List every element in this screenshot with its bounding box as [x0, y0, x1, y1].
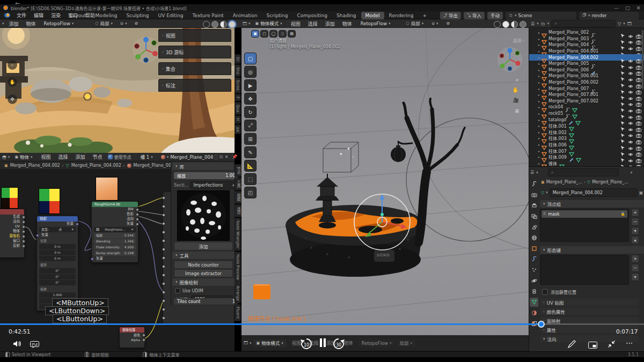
select-cursor-icon[interactable]: [620, 55, 625, 60]
left-side-tab-1[interactable]: Sho: [235, 64, 241, 77]
pip-button[interactable]: [588, 341, 597, 351]
group-input-socket-10[interactable]: [162, 282, 165, 285]
expand-arrow-icon[interactable]: ▸: [537, 155, 541, 159]
left-side-tab-2[interactable]: Scree: [235, 77, 241, 93]
expand-arrow-icon[interactable]: ▸: [537, 112, 541, 115]
texcoord-node[interactable]: 生成法向UV物体摄像机窗口反射: [0, 209, 25, 258]
select-mode-box[interactable]: ▢: [260, 30, 268, 38]
pause-button[interactable]: [320, 338, 326, 347]
menu-2[interactable]: 渲染: [47, 12, 64, 19]
group-input-socket-8[interactable]: [162, 265, 165, 268]
shader-menu-3[interactable]: 节点: [89, 153, 106, 160]
outliner-row-rock05[interactable]: ▸rock05: [529, 110, 644, 117]
left-side-tab-4[interactable]: Qua: [235, 102, 241, 115]
skip-forward-button[interactable]: 30: [332, 337, 346, 350]
viewport-options-button[interactable]: 选项▾: [513, 38, 524, 43]
outliner-row-柱体.007[interactable]: ▸柱体.007: [529, 147, 644, 154]
shape-keys-header[interactable]: ▾形态键: [540, 246, 644, 254]
select-cursor-icon[interactable]: [620, 136, 625, 141]
orientation-selector-left[interactable]: ⬡局部▾: [92, 20, 116, 27]
select-cursor-icon[interactable]: [620, 117, 625, 122]
hide-eye-icon[interactable]: [628, 105, 633, 109]
render-camera-icon[interactable]: [636, 155, 641, 159]
expand-arrow-icon[interactable]: ▸: [537, 31, 541, 34]
tiles-count-field[interactable]: Tiles count1: [174, 298, 238, 305]
hide-eye-icon[interactable]: [628, 136, 633, 141]
shader-mode-selector[interactable]: ▣物体▾: [11, 153, 35, 161]
render-camera-icon[interactable]: [636, 31, 641, 35]
video-progress-scrubber[interactable]: [538, 321, 545, 328]
left-side-tab-5[interactable]: H: [235, 115, 241, 123]
select-mode-paint[interactable]: ▤: [288, 30, 296, 38]
mapping-field-0-2[interactable]: 0 m: [39, 256, 76, 261]
properties-tab-world[interactable]: [530, 233, 538, 242]
maximize-button[interactable]: ▢: [625, 5, 630, 11]
outliner-row-Merged_Plane_004[interactable]: ▸Merged_Plane_004: [529, 42, 644, 48]
viewport-camera-icon[interactable]: 🎥: [513, 98, 519, 103]
roughgen-node[interactable]: RoughGen4.0b BW色彩法向矢量 🖼Roughness...✕ 缩放0…: [91, 201, 138, 263]
vertex-group-add-button[interactable]: +: [631, 209, 639, 217]
add-cube-tool[interactable]: ⬚: [244, 173, 257, 185]
expand-arrow-icon[interactable]: ▸: [537, 87, 541, 91]
roughgen-image-field[interactable]: 🖼Roughness...✕: [94, 227, 136, 232]
rest-position-checkbox[interactable]: 添加静置位置: [542, 289, 576, 295]
select-cursor-icon[interactable]: [620, 130, 625, 135]
move-tool[interactable]: ✥: [244, 93, 257, 105]
breadcrumb-data[interactable]: Merged_Plane_...: [592, 180, 628, 184]
expand-arrow-icon[interactable]: ▸: [537, 43, 541, 47]
select-cursor-icon[interactable]: [620, 111, 625, 116]
npanel-section-2[interactable]: ›集合: [158, 62, 231, 75]
render-camera-icon[interactable]: [636, 143, 641, 147]
properties-tab-particles[interactable]: [530, 265, 538, 275]
section-1[interactable]: ›颜色属性: [540, 308, 639, 315]
shader-side-tab-6[interactable]: Arrange: [235, 283, 241, 304]
video-progress-track[interactable]: [0, 323, 644, 325]
mode-selector[interactable]: ▣物体模式▾: [252, 20, 286, 27]
scene-selector[interactable]: 🗅▾Scene: [506, 12, 576, 19]
properties-tab-render[interactable]: [530, 190, 538, 200]
group-input-socket-11[interactable]: [162, 291, 165, 294]
select-mode-circle[interactable]: ◯: [269, 30, 277, 38]
shader-menu-0[interactable]: 视图: [38, 153, 55, 160]
outliner-row-锥体[interactable]: ▸锥体: [529, 160, 644, 166]
scale-tool[interactable]: ⤢: [244, 120, 257, 131]
blender-icon[interactable]: [4, 13, 10, 18]
left-nav-gizmo[interactable]: [131, 35, 160, 64]
render-camera-icon[interactable]: [636, 105, 641, 109]
render-camera-icon[interactable]: [636, 117, 641, 122]
orientation-selector-bottom[interactable]: 局部▾: [397, 339, 416, 347]
zoom-tool-icon[interactable]: ⌕: [8, 60, 17, 70]
select-cursor-icon[interactable]: [620, 68, 625, 72]
tools-section-header[interactable]: ▾工具: [172, 252, 240, 259]
vertex-group-remove-button[interactable]: −: [631, 218, 639, 226]
properties-editor-icon[interactable]: ☰: [530, 170, 534, 175]
render-camera-icon[interactable]: [636, 62, 641, 66]
expand-arrow-icon[interactable]: ▸: [537, 143, 541, 146]
workspace-tab-+[interactable]: +: [419, 12, 431, 19]
viewport-3d[interactable]: ✦✦･: [241, 28, 529, 335]
select-mode-tweak[interactable]: ▣: [251, 30, 259, 38]
workspace-tab-rendering[interactable]: Rendering: [385, 12, 418, 19]
expand-arrow-icon[interactable]: ▸: [537, 136, 541, 140]
expand-arrow-icon[interactable]: ▸: [537, 161, 541, 165]
render-camera-icon[interactable]: [636, 80, 641, 85]
skip-back-button[interactable]: 10: [299, 337, 313, 350]
shader-side-tab-3[interactable]: 选项: [235, 204, 242, 217]
hide-eye-icon[interactable]: [628, 124, 633, 128]
outliner-settings-icon[interactable]: 🗔: [627, 21, 632, 26]
group-input-socket-14[interactable]: [162, 316, 165, 320]
render-camera-icon[interactable]: [636, 74, 641, 78]
roughgen-param-1[interactable]: Blending1.346: [94, 239, 136, 244]
shader-side-tab-0[interactable]: 节点: [235, 164, 242, 177]
render-camera-icon[interactable]: [636, 99, 641, 103]
select-cursor-icon[interactable]: [620, 149, 625, 153]
select-cursor-icon[interactable]: [620, 142, 625, 147]
workspace-tab-animation[interactable]: Animation: [229, 12, 262, 19]
expand-arrow-icon[interactable]: ▸: [537, 49, 541, 53]
snap-toggle[interactable]: ∪▾: [428, 20, 441, 27]
workspace-tab-model[interactable]: Model: [361, 12, 384, 19]
render-preview-viewport[interactable]: ⌕ ✋ ✥ ›视图›3D 游标›集合›标注: [0, 28, 235, 153]
group-input-socket-5[interactable]: [162, 239, 165, 242]
shader-side-tab-5[interactable]: Node Preview: [235, 252, 241, 283]
select-cursor-icon[interactable]: [620, 154, 625, 159]
